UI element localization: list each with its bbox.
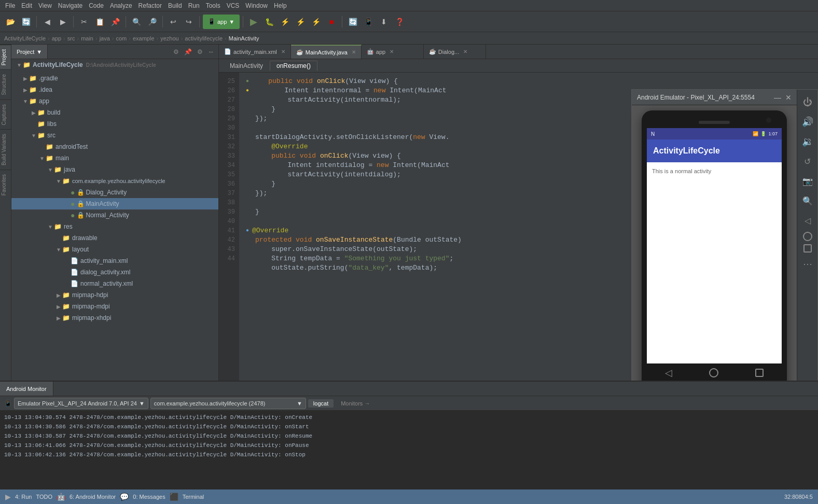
breadcrumb-item-app[interactable]: app	[52, 35, 61, 41]
tree-item-src[interactable]: ▼ 📁 src	[11, 130, 218, 141]
android-monitor-tab[interactable]: Android Monitor	[0, 382, 53, 396]
toolbar-cut-btn[interactable]: ✂	[77, 15, 91, 29]
tree-item-main[interactable]: ▼ 📁 main	[11, 152, 218, 164]
run-btn[interactable]: ▶	[246, 15, 261, 29]
sidebar-tab-project[interactable]: Project ▼	[11, 45, 48, 59]
tree-item-mainactivity[interactable]: ● 🔒 MainActivity	[11, 198, 218, 209]
breadcrumb-item-root[interactable]: ActivityLifeCycle	[4, 35, 46, 41]
phone-recents-btn[interactable]	[755, 369, 764, 377]
menu-run[interactable]: Run	[185, 2, 203, 9]
todo-label[interactable]: TODO	[36, 494, 52, 500]
emu-screenshot-btn[interactable]: 📷	[799, 173, 816, 189]
sidebar-settings-icon[interactable]: ⚙	[171, 47, 181, 57]
toolbar-search2-btn[interactable]: 🔎	[145, 15, 159, 29]
breadcrumb-item-activitylifecycle[interactable]: activitylifecycle	[185, 35, 223, 41]
tree-item-res[interactable]: ▼ 📁 res	[11, 221, 218, 232]
sdk-btn[interactable]: ⬇	[377, 15, 391, 29]
breadcrumb-item-java[interactable]: java	[100, 35, 110, 41]
emu-back-btn[interactable]: ◁	[799, 212, 816, 229]
close-tab-icon[interactable]: ✕	[352, 49, 356, 55]
menu-analyze[interactable]: Analyze	[107, 2, 135, 9]
method-tab-class[interactable]: MainActivity	[223, 61, 270, 71]
apply-changes-btn[interactable]: ⚡	[293, 15, 308, 29]
close-tab-icon[interactable]: ✕	[390, 49, 394, 54]
avd-btn[interactable]: 📱	[361, 15, 376, 29]
tree-item-layout[interactable]: ▼ 📁 layout	[11, 244, 218, 255]
stop-btn[interactable]: ■	[324, 15, 339, 29]
emu-rotate-btn[interactable]: ↺	[799, 153, 816, 170]
breadcrumb-item-example[interactable]: example	[133, 35, 155, 41]
tree-item-dialog-activity[interactable]: ● 🔒 Dialog_Activity	[11, 187, 218, 198]
menu-navigate[interactable]: Navigate	[55, 2, 86, 9]
gradle-sync-btn[interactable]: 🔄	[345, 15, 360, 29]
run-label[interactable]: 4: Run	[15, 494, 32, 500]
sidebar-pin-icon[interactable]: 📌	[182, 47, 194, 57]
menu-tools[interactable]: Tools	[203, 2, 224, 9]
menu-file[interactable]: File	[2, 2, 18, 9]
toolbar-open-btn[interactable]: 📂	[3, 15, 18, 29]
toolbar-search-btn[interactable]: 🔍	[129, 15, 144, 29]
emu-volume-up-btn[interactable]: 🔊	[799, 114, 816, 130]
monitor-label[interactable]: 6: Android Monitor	[70, 494, 116, 500]
build-variants-tab-vertical[interactable]: Build Variants	[0, 129, 11, 170]
phone-home-btn[interactable]	[709, 368, 718, 377]
tree-item-gradle[interactable]: ▶ 📁 .gradle	[11, 73, 218, 84]
tree-item-java[interactable]: ▼ 📁 java	[11, 164, 218, 175]
emulator-close-btn[interactable]: ✕	[785, 93, 792, 102]
emu-circle-btn[interactable]	[803, 232, 812, 241]
terminal-label[interactable]: Terminal	[183, 494, 204, 500]
emu-volume-down-btn[interactable]: 🔉	[799, 133, 816, 150]
project-tab-vertical[interactable]: Project	[0, 45, 11, 69]
structure-tab-vertical[interactable]: Structure	[0, 69, 11, 100]
tree-item-androidtest[interactable]: 📁 androidTest	[11, 141, 218, 152]
messages-label[interactable]: 0: Messages	[133, 494, 165, 500]
emu-more-btn[interactable]: ⋯	[799, 256, 816, 272]
favorites-tab-vertical[interactable]: Favorites	[0, 170, 11, 200]
close-tab-icon[interactable]: ✕	[281, 49, 285, 54]
tab-app[interactable]: 🤖 app ✕	[362, 45, 424, 59]
tree-root[interactable]: ▼ 📁 ActivityLifeCycle D:\Android\Activit…	[11, 59, 218, 71]
toolbar-copy-btn[interactable]: 📋	[92, 15, 107, 29]
phone-back-btn[interactable]: ◁	[665, 367, 672, 379]
menu-view[interactable]: View	[35, 2, 55, 9]
tree-item-normal-activity[interactable]: ● 🔒 Normal_Activity	[11, 209, 218, 221]
menu-refactor[interactable]: Refactor	[135, 2, 165, 9]
menu-code[interactable]: Code	[86, 2, 107, 9]
tree-item-normal-activity-xml[interactable]: 📄 normal_activity.xml	[11, 278, 218, 289]
run-configuration-selector[interactable]: 📱 app ▼	[203, 15, 240, 29]
toolbar-redo-btn[interactable]: ↪	[182, 15, 196, 29]
method-tab-onresume[interactable]: onResume()	[270, 61, 317, 71]
breadcrumb-item-com[interactable]: com	[116, 35, 127, 41]
close-tab-icon[interactable]: ✕	[463, 49, 467, 54]
apply-code-btn[interactable]: ⚡	[309, 15, 323, 29]
profile-btn[interactable]: ⚡	[278, 15, 292, 29]
emu-power-btn[interactable]: ⏻	[799, 94, 816, 110]
monitors-tab[interactable]: Monitors →	[336, 399, 375, 408]
sidebar-gear-icon[interactable]: ⚙	[195, 47, 205, 57]
tree-item-app[interactable]: ▼ 📁 app	[11, 95, 218, 107]
tree-item-libs[interactable]: 📁 libs	[11, 118, 218, 130]
logcat-tab[interactable]: logcat	[308, 399, 334, 408]
toolbar-back-btn[interactable]: ◀	[40, 15, 54, 29]
toolbar-paste-btn[interactable]: 📌	[108, 15, 122, 29]
breadcrumb-item-yezhou[interactable]: yezhou	[160, 35, 178, 41]
tab-dialog[interactable]: ☕ Dialog... ✕	[424, 45, 486, 59]
menu-vcs[interactable]: VCS	[224, 2, 243, 9]
toolbar-sync-btn[interactable]: 🔄	[19, 15, 33, 29]
menu-help[interactable]: Help	[271, 2, 290, 9]
menu-edit[interactable]: Edit	[18, 2, 35, 9]
tree-item-mipmap-hdpi[interactable]: ▶ 📁 mipmap-hdpi	[11, 289, 218, 301]
tree-item-dialog-activity-xml[interactable]: 📄 dialog_activity.xml	[11, 267, 218, 278]
menu-build[interactable]: Build	[165, 2, 185, 9]
breadcrumb-item-mainactivity[interactable]: MainActivity	[229, 35, 259, 41]
tree-item-package[interactable]: ▼ 📁 com.example.yezhou.activitylifecycle	[11, 175, 218, 187]
device-selector[interactable]: Emulator Pixel_XL_API_24 Android 7.0, AP…	[14, 398, 148, 409]
tree-item-idea[interactable]: ▶ 📁 .idea	[11, 84, 218, 95]
debug-btn[interactable]: 🐛	[262, 15, 276, 29]
tree-item-mipmap-mdpi[interactable]: ▶ 📁 mipmap-mdpi	[11, 301, 218, 312]
tree-item-build[interactable]: ▶ 📁 build	[11, 107, 218, 118]
package-selector[interactable]: com.example.yezhou.activitylifecycle (24…	[150, 398, 306, 409]
emu-square-btn[interactable]	[803, 244, 812, 253]
breadcrumb-item-main[interactable]: main	[81, 35, 93, 41]
tree-item-drawable[interactable]: 📁 drawable	[11, 232, 218, 244]
